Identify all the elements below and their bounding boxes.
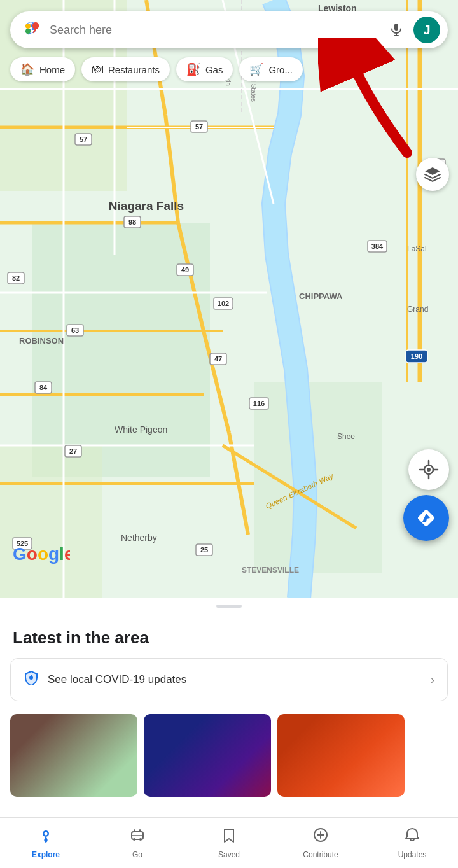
covid-card-label: See local COVID-19 updates — [48, 673, 422, 686]
local-photo-3[interactable] — [277, 714, 405, 797]
shield-icon — [24, 670, 39, 689]
svg-text:Shee: Shee — [337, 432, 355, 441]
start-navigation-button[interactable] — [403, 495, 449, 541]
svg-text:Grand: Grand — [407, 305, 428, 314]
gas-category-pill[interactable]: ⛽ Gas — [176, 57, 233, 81]
saved-nav-label: Saved — [218, 850, 240, 859]
svg-text:49: 49 — [181, 266, 189, 274]
saved-icon — [221, 827, 237, 848]
search-input[interactable] — [50, 24, 384, 37]
go-icon — [129, 827, 146, 848]
svg-point-94 — [133, 838, 135, 841]
svg-text:ROBINSON: ROBINSON — [19, 336, 64, 346]
gas-icon: ⛽ — [186, 62, 200, 76]
svg-point-76 — [25, 24, 31, 29]
category-pills: 🏠 Home 🍽 Restaurants ⛽ Gas 🛒 Gro... — [10, 57, 303, 81]
local-photos-row — [0, 714, 458, 797]
groceries-pill-label: Gro... — [268, 64, 293, 75]
svg-text:57: 57 — [80, 136, 87, 143]
svg-text:57: 57 — [195, 123, 203, 130]
restaurant-icon: 🍽 — [92, 63, 103, 76]
svg-text:102: 102 — [218, 300, 229, 307]
bottom-sheet-handle-container — [0, 598, 458, 608]
svg-text:190: 190 — [411, 353, 422, 360]
updates-nav-label: Updates — [398, 850, 427, 859]
map-area[interactable]: Queen Elizabeth Way United States Canada… — [0, 0, 458, 598]
svg-text:84: 84 — [39, 384, 48, 391]
covid-updates-card[interactable]: See local COVID-19 updates › — [10, 658, 448, 701]
svg-point-82 — [427, 468, 431, 472]
section-title: Latest in the area — [0, 628, 458, 648]
gas-pill-label: Gas — [205, 64, 223, 75]
search-bar[interactable]: J — [10, 11, 448, 48]
bottom-navigation: Explore Go Saved — [0, 817, 458, 868]
svg-point-77 — [32, 22, 39, 29]
svg-text:63: 63 — [71, 326, 79, 334]
groceries-category-pill[interactable]: 🛒 Gro... — [239, 57, 303, 81]
restaurants-category-pill[interactable]: 🍽 Restaurants — [81, 57, 170, 81]
home-pill-label: Home — [39, 64, 65, 75]
svg-text:CHIPPAWA: CHIPPAWA — [299, 291, 343, 301]
svg-text:25: 25 — [200, 546, 208, 554]
contribute-icon — [312, 827, 329, 848]
nav-updates[interactable]: Updates — [366, 827, 458, 859]
contribute-nav-label: Contribute — [303, 850, 338, 859]
home-icon: 🏠 — [20, 62, 34, 76]
svg-rect-78 — [394, 24, 398, 31]
nav-explore[interactable]: Explore — [0, 827, 92, 859]
svg-rect-2 — [32, 223, 210, 477]
svg-text:LaSal: LaSal — [407, 244, 427, 253]
microphone-button[interactable] — [384, 18, 408, 42]
nav-go[interactable]: Go — [92, 827, 183, 859]
restaurants-pill-label: Restaurants — [108, 64, 160, 75]
svg-point-92 — [45, 832, 48, 836]
svg-text:384: 384 — [371, 242, 384, 250]
svg-text:Google: Google — [13, 544, 70, 564]
profile-avatar[interactable]: J — [413, 17, 440, 43]
google-branding: Google — [13, 542, 70, 566]
svg-rect-4 — [0, 445, 102, 598]
explore-icon — [38, 827, 54, 848]
chevron-right-icon: › — [431, 673, 434, 687]
my-location-button[interactable] — [408, 449, 449, 490]
svg-text:STEVENSVILLE: STEVENSVILLE — [242, 566, 299, 575]
svg-text:27: 27 — [69, 447, 77, 455]
svg-point-95 — [139, 838, 142, 841]
svg-text:116: 116 — [253, 400, 265, 407]
svg-text:White Pigeon: White Pigeon — [114, 424, 167, 435]
groceries-icon: 🛒 — [249, 62, 263, 76]
svg-text:Netherby: Netherby — [121, 533, 157, 543]
go-nav-label: Go — [132, 850, 142, 859]
sheet-drag-handle[interactable] — [216, 605, 242, 608]
local-photo-2[interactable] — [144, 714, 271, 797]
svg-text:Niagara Falls: Niagara Falls — [109, 199, 184, 213]
svg-text:47: 47 — [214, 355, 222, 363]
explore-nav-label: Explore — [32, 850, 60, 859]
updates-icon — [404, 827, 420, 848]
home-category-pill[interactable]: 🏠 Home — [10, 57, 75, 81]
nav-contribute[interactable]: Contribute — [275, 827, 366, 859]
google-maps-logo-icon — [20, 18, 43, 41]
local-photo-1[interactable] — [10, 714, 137, 797]
svg-text:82: 82 — [12, 274, 20, 282]
svg-point-75 — [25, 29, 31, 34]
nav-saved[interactable]: Saved — [183, 827, 275, 859]
map-layer-toggle-button[interactable] — [416, 158, 449, 191]
svg-text:98: 98 — [128, 218, 136, 226]
